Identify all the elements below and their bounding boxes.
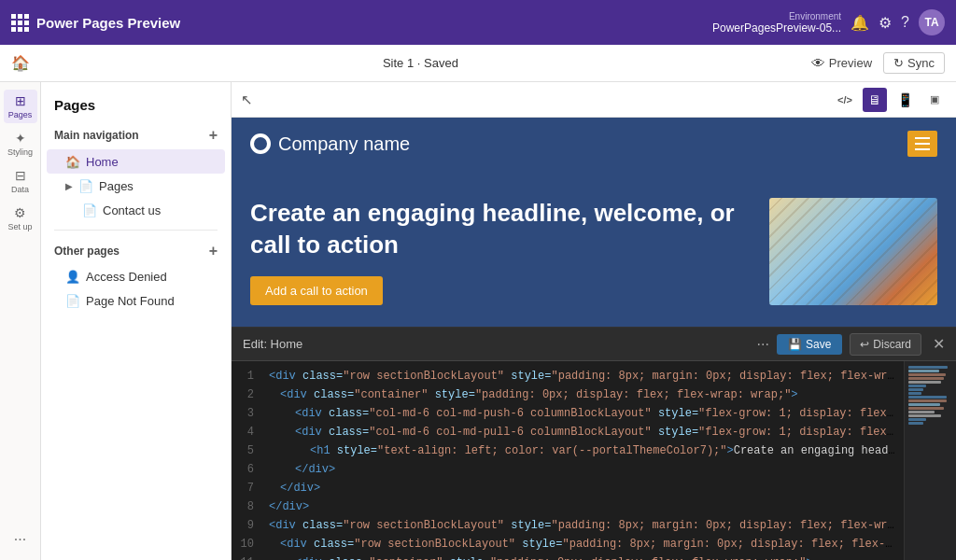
sidebar-icon-setup[interactable]: ⚙ Set up — [4, 202, 37, 235]
not-found-icon: 📄 — [65, 294, 80, 308]
code-panel-title: Edit: Home — [243, 337, 750, 351]
code-more-button[interactable]: ··· — [757, 336, 769, 353]
nav-item-access-denied[interactable]: 👤 Access Denied — [47, 265, 225, 288]
save-icon: 💾 — [788, 338, 802, 351]
pages-icon-label: Pages — [8, 110, 33, 119]
site-status-text: Site 1 · Saved — [383, 56, 458, 70]
secondary-bar: 🏠 Site 1 · Saved 👁 Preview ↻ Sync — [0, 45, 956, 82]
help-icon[interactable]: ? — [901, 14, 909, 31]
sync-icon: ↻ — [893, 56, 904, 70]
code-line-1[interactable]: <div class="row sectionBlockLayout" styl… — [261, 367, 904, 385]
contact-nav-icon: 📄 — [82, 203, 97, 217]
preview-button[interactable]: 👁 Preview — [811, 55, 872, 71]
code-line-7[interactable]: </div> — [261, 479, 904, 497]
site-company-name: Company name — [278, 133, 410, 155]
code-editor: 12345 678910 1112131415 16 <div class="r… — [232, 361, 956, 560]
code-line-2[interactable]: <div class="container" style="padding: 0… — [261, 385, 904, 404]
code-line-5[interactable]: <h1 style="text-align: left; color: var(… — [261, 441, 904, 460]
nav-item-home[interactable]: 🏠 Home ··· — [47, 149, 225, 174]
more-icon: ··· — [14, 531, 26, 548]
mobile-view-button[interactable]: ▣ — [922, 88, 947, 112]
nav-item-contact-us[interactable]: 📄 Contact us — [47, 199, 225, 222]
sidebar-icon-more[interactable]: ··· — [4, 523, 37, 556]
other-pages-title: Other pages — [54, 245, 120, 258]
preview-label: Preview — [829, 56, 872, 70]
app-logo: Power Pages Preview — [11, 14, 180, 32]
sidebar-icon-styling[interactable]: ✦ Styling — [4, 127, 37, 161]
sidebar-icon-strip: ⊞ Pages ✦ Styling ⊟ Data ⚙ Set up ··· — [0, 82, 41, 560]
access-denied-label: Access Denied — [86, 270, 167, 284]
avatar[interactable]: TA — [919, 9, 945, 35]
hero-title: Create an engaging headline, welcome, or… — [250, 198, 751, 261]
other-pages-section: Other pages + — [41, 238, 231, 264]
setup-icon-label: Set up — [7, 222, 32, 231]
code-panel-actions: ··· 💾 Save ↩ Discard ✕ — [757, 333, 945, 356]
main-nav-title: Main navigation — [54, 129, 139, 142]
env-label: Environment — [789, 11, 841, 21]
top-bar: Power Pages Preview Environment PowerPag… — [0, 0, 956, 45]
code-discard-button[interactable]: ↩ Discard — [850, 333, 921, 356]
pages-nav-label: Pages — [99, 179, 134, 193]
resize-icon[interactable]: ↖ — [241, 91, 253, 108]
secondary-bar-left: 🏠 — [11, 54, 30, 72]
site-status: Site 1 · Saved — [37, 56, 804, 70]
desktop-view-button[interactable]: 🖥 — [863, 88, 887, 112]
secondary-bar-right: 👁 Preview ↻ Sync — [811, 52, 945, 74]
code-line-8[interactable]: </div> — [261, 497, 904, 516]
main-layout: ⊞ Pages ✦ Styling ⊟ Data ⚙ Set up ··· — [0, 82, 956, 560]
code-view-button[interactable]: </> — [833, 88, 857, 112]
eye-icon: 👁 — [811, 55, 825, 71]
canvas-toolbar: ↖ </> 🖥 📱 ▣ — [232, 82, 956, 118]
setup-icon: ⚙ — [14, 205, 26, 220]
hero-image — [769, 198, 937, 305]
sync-label: Sync — [907, 56, 935, 70]
nav-item-pages[interactable]: ▶ 📄 Pages — [47, 175, 225, 198]
site-header: Company name — [232, 118, 956, 170]
grid-icon — [11, 14, 29, 32]
code-line-11[interactable]: <div class="container" style="padding: 0… — [261, 553, 904, 560]
sidebar-icon-pages[interactable]: ⊞ Pages — [4, 90, 37, 123]
preview-area: Company name Create an engaging headline… — [232, 118, 956, 560]
code-lines: <div class="row sectionBlockLayout" styl… — [261, 361, 904, 560]
sidebar-divider — [54, 230, 218, 231]
code-panel: Edit: Home ··· 💾 Save ↩ Discard ✕ — [232, 327, 956, 560]
sidebar-header: Pages — [41, 90, 231, 122]
access-denied-icon: 👤 — [65, 270, 80, 284]
code-panel-header: Edit: Home ··· 💾 Save ↩ Discard ✕ — [232, 328, 956, 361]
hamburger-button[interactable] — [907, 131, 937, 157]
app-title: Power Pages Preview — [36, 15, 180, 31]
notification-icon[interactable]: 🔔 — [851, 14, 869, 32]
code-line-10[interactable]: <div class="row sectionBlockLayout" styl… — [261, 535, 904, 553]
styling-icon: ✦ — [15, 131, 26, 146]
code-line-6[interactable]: </div> — [261, 460, 904, 479]
discard-icon: ↩ — [860, 338, 869, 351]
code-panel-close-button[interactable]: ✕ — [933, 335, 945, 353]
env-name: PowerPagesPreview-05... — [712, 21, 841, 35]
sync-button[interactable]: ↻ Sync — [883, 52, 945, 74]
pages-expand-icon: ▶ — [65, 181, 73, 191]
tablet-view-button[interactable]: 📱 — [893, 88, 917, 112]
hamburger-icon — [915, 137, 930, 150]
pages-icon: ⊞ — [15, 93, 26, 108]
home-nav-icon: 🏠 — [65, 155, 80, 169]
styling-icon-label: Styling — [7, 147, 33, 157]
code-line-9[interactable]: <div class="row sectionBlockLayout" styl… — [261, 516, 904, 535]
settings-icon[interactable]: ⚙ — [879, 14, 892, 32]
data-icon: ⊟ — [15, 168, 26, 183]
save-label: Save — [806, 338, 831, 351]
nav-item-not-found[interactable]: 📄 Page Not Found — [47, 289, 225, 313]
add-other-page-button[interactable]: + — [209, 244, 218, 259]
site-logo-circle — [250, 133, 271, 154]
main-nav-section: Main navigation + — [41, 122, 231, 148]
not-found-label: Page Not Found — [86, 294, 175, 308]
sidebar-icon-data[interactable]: ⊟ Data — [4, 164, 37, 198]
code-save-button[interactable]: 💾 Save — [777, 334, 842, 355]
hero-cta-button[interactable]: Add a call to action — [250, 276, 383, 305]
env-info: Environment PowerPagesPreview-05... — [712, 11, 841, 35]
code-line-4[interactable]: <div class="col-md-6 col-md-pull-6 colum… — [261, 423, 904, 441]
sidebar-inner: ⊞ Pages ✦ Styling ⊟ Data ⚙ Set up ··· — [0, 82, 231, 560]
site-logo: Company name — [250, 133, 410, 155]
code-line-3[interactable]: <div class="col-md-6 col-md-push-6 colum… — [261, 404, 904, 423]
add-main-nav-button[interactable]: + — [209, 128, 218, 143]
home-icon[interactable]: 🏠 — [11, 54, 30, 72]
